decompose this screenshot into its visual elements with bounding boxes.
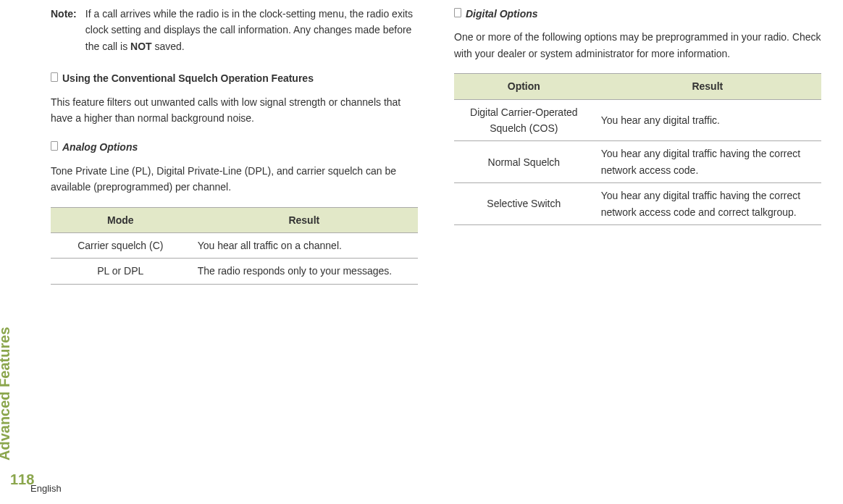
table-row: Carrier squelch (C) You hear all traffic… bbox=[51, 232, 418, 258]
note-text: If a call arrives while the radio is in … bbox=[85, 6, 418, 54]
table-cell-result: You hear any digital traffic. bbox=[594, 99, 821, 141]
page-columns: Note: If a call arrives while the radio … bbox=[51, 6, 821, 285]
note-text-after: saved. bbox=[152, 41, 185, 52]
left-column: Note: If a call arrives while the radio … bbox=[51, 6, 418, 285]
table-cell-option: Digital Carrier-Operated Squelch (COS) bbox=[454, 99, 594, 141]
table-header-result: Result bbox=[594, 74, 821, 99]
table-cell-option: Selective Switch bbox=[454, 183, 594, 225]
table-header-row: Mode Result bbox=[51, 207, 418, 232]
table-row: PL or DPL The radio responds only to you… bbox=[51, 259, 418, 284]
right-column: Digital Options One or more of the follo… bbox=[454, 6, 821, 285]
sidebar-section-label: Advanced Features bbox=[0, 327, 13, 461]
heading-text: Digital Options bbox=[466, 6, 538, 22]
note-text-bold: NOT bbox=[130, 41, 152, 52]
paragraph-squelch-intro: This feature filters out unwanted calls … bbox=[51, 94, 418, 127]
document-icon bbox=[454, 8, 461, 17]
table-row: Digital Carrier-Operated Squelch (COS) Y… bbox=[454, 99, 821, 141]
table-row: Normal Squelch You hear any digital traf… bbox=[454, 141, 821, 183]
table-row: Selective Switch You hear any digital tr… bbox=[454, 183, 821, 225]
table-cell-option: Normal Squelch bbox=[454, 141, 594, 183]
heading-text: Using the Conventional Squelch Operation… bbox=[62, 70, 314, 86]
table-header-row: Option Result bbox=[454, 74, 821, 99]
heading-digital-options: Digital Options bbox=[454, 6, 821, 22]
heading-text: Analog Options bbox=[62, 139, 138, 155]
table-header-option: Option bbox=[454, 74, 594, 99]
table-cell-result: The radio responds only to your messages… bbox=[190, 259, 418, 284]
document-icon bbox=[51, 141, 58, 151]
document-icon bbox=[51, 72, 58, 82]
table-header-result: Result bbox=[190, 207, 418, 232]
heading-squelch-operation: Using the Conventional Squelch Operation… bbox=[51, 70, 418, 86]
heading-analog-options: Analog Options bbox=[51, 139, 418, 155]
paragraph-digital-intro: One or more of the following options may… bbox=[454, 29, 821, 62]
table-cell-result: You hear any digital traffic having the … bbox=[594, 141, 821, 183]
table-cell-mode: Carrier squelch (C) bbox=[51, 232, 190, 258]
table-cell-mode: PL or DPL bbox=[51, 259, 190, 284]
table-cell-result: You hear any digital traffic having the … bbox=[594, 183, 821, 225]
note-block: Note: If a call arrives while the radio … bbox=[51, 6, 418, 54]
digital-options-table: Option Result Digital Carrier-Operated S… bbox=[454, 73, 821, 225]
table-cell-result: You hear all traffic on a channel. bbox=[190, 232, 418, 258]
table-header-mode: Mode bbox=[51, 207, 190, 232]
analog-options-table: Mode Result Carrier squelch (C) You hear… bbox=[51, 207, 418, 285]
paragraph-analog-intro: Tone Private Line (PL), Digital Private-… bbox=[51, 163, 418, 196]
note-label: Note: bbox=[51, 6, 77, 54]
language-label: English bbox=[30, 483, 62, 494]
